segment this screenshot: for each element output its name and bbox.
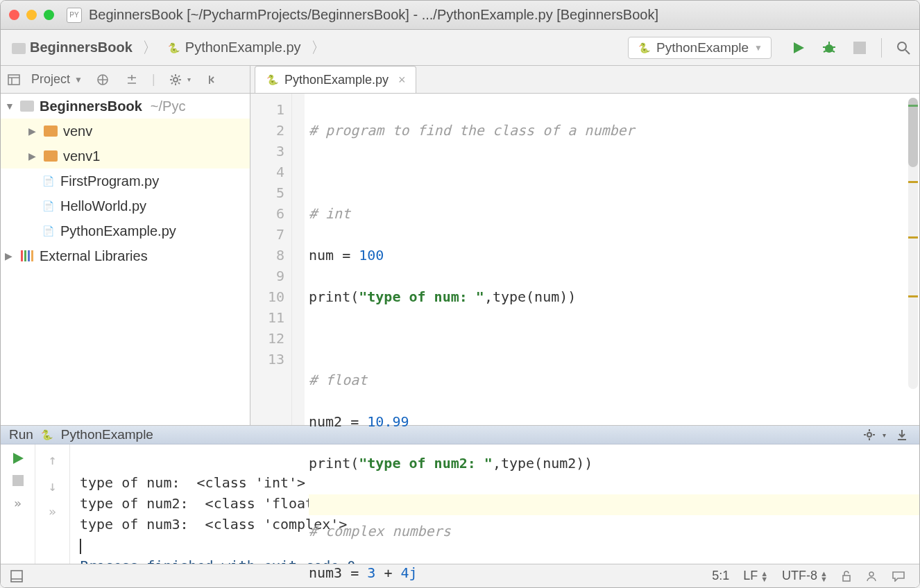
- svg-line-25: [178, 83, 180, 84]
- line-number[interactable]: 3: [250, 141, 284, 162]
- collapse-arrow-icon[interactable]: ▶: [5, 250, 15, 261]
- module-icon: [20, 101, 34, 112]
- svg-line-9: [905, 50, 910, 54]
- tree-item-label: PythonExample.py: [60, 223, 176, 239]
- chevron-right-icon: 〉: [142, 37, 157, 58]
- line-number[interactable]: 9: [250, 266, 284, 286]
- expand-arrow-icon[interactable]: ▼: [5, 101, 15, 112]
- line-number[interactable]: 13: [250, 349, 284, 370]
- svg-rect-10: [8, 75, 19, 85]
- debug-button[interactable]: [820, 39, 838, 57]
- breadcrumb-file-label: PythonExample.py: [185, 40, 301, 55]
- tree-file-firstprogram[interactable]: FirstProgram.py: [1, 168, 250, 193]
- svg-line-27: [178, 76, 180, 77]
- python-file-icon: [41, 199, 55, 213]
- window-controls: [9, 10, 54, 20]
- tree-root[interactable]: ▼ BeginnersBook ~/Pyc: [1, 94, 250, 119]
- editor-marker-stripe[interactable]: [908, 98, 918, 389]
- line-number[interactable]: 11: [250, 307, 284, 328]
- libraries-icon: [20, 250, 34, 261]
- folder-icon: [44, 126, 58, 137]
- breadcrumb-project[interactable]: BeginnersBook: [8, 38, 137, 57]
- search-everywhere-button[interactable]: [894, 39, 912, 57]
- minimize-window-button[interactable]: [26, 10, 37, 20]
- chevron-right-icon: 〉: [311, 37, 326, 58]
- tree-folder-venv[interactable]: ▶ venv: [1, 119, 250, 144]
- warning-marker[interactable]: [908, 295, 918, 297]
- titlebar: PY BeginnersBook [~/PycharmProjects/Begi…: [1, 1, 919, 30]
- zoom-window-button[interactable]: [44, 10, 54, 20]
- code-text: num2 =: [309, 413, 367, 430]
- python-file-icon: [167, 41, 181, 55]
- settings-gear-icon[interactable]: [167, 71, 185, 89]
- code-text: # float: [309, 372, 367, 388]
- hide-tool-window-button[interactable]: [202, 71, 220, 89]
- line-number[interactable]: 4: [250, 162, 284, 182]
- run-button[interactable]: [790, 39, 808, 57]
- console-line: type of num2: <class 'float'>: [80, 495, 330, 512]
- tree-item-label: venv1: [63, 148, 100, 164]
- tree-root-path: ~/Pyc: [151, 98, 186, 114]
- console-caret: [80, 539, 81, 554]
- tree-item-label: venv: [63, 123, 92, 139]
- tool-row: Project▼ | ▾ PythonExample.py ×: [1, 66, 919, 94]
- line-number[interactable]: 2: [250, 120, 284, 141]
- breadcrumb-file[interactable]: PythonExample.py: [163, 38, 305, 57]
- tree-item-label: External Libraries: [40, 248, 148, 264]
- breadcrumb-project-label: BeginnersBook: [30, 40, 133, 55]
- run-config-label: PythonExample: [656, 40, 749, 55]
- project-tree[interactable]: ▼ BeginnersBook ~/Pyc ▶ venv ▶ venv1 Fir…: [1, 94, 250, 425]
- tree-external-libraries[interactable]: ▶ External Libraries: [1, 243, 250, 268]
- run-configuration-selector[interactable]: PythonExample ▼: [628, 37, 772, 59]
- rerun-button[interactable]: [11, 451, 25, 465]
- tree-folder-venv1[interactable]: ▶ venv1: [1, 144, 250, 168]
- collapse-arrow-icon[interactable]: ▶: [28, 126, 38, 137]
- line-number[interactable]: 1: [250, 99, 284, 120]
- warning-marker[interactable]: [908, 236, 918, 239]
- code-text: +: [375, 564, 400, 581]
- close-window-button[interactable]: [9, 10, 19, 20]
- code-text: "type of num: ": [359, 288, 484, 305]
- down-stack-button[interactable]: ↓: [48, 478, 56, 494]
- code-text: 10.99: [367, 413, 409, 430]
- warning-marker[interactable]: [908, 181, 918, 183]
- console-line: type of num3: <class 'complex'>: [80, 516, 347, 533]
- stop-button[interactable]: [851, 39, 869, 57]
- more-run-actions[interactable]: »: [14, 496, 22, 510]
- up-stack-button[interactable]: ↑: [48, 451, 56, 468]
- code-text: # int: [309, 205, 350, 222]
- code-area[interactable]: # program to find the class of a number …: [305, 94, 919, 425]
- line-number[interactable]: 10: [250, 286, 284, 307]
- line-number[interactable]: 7: [250, 224, 284, 245]
- line-number[interactable]: 6: [250, 203, 284, 224]
- code-text: print(: [309, 288, 359, 305]
- stop-run-button[interactable]: [12, 475, 24, 486]
- line-number[interactable]: 8: [250, 245, 284, 266]
- collapse-arrow-icon[interactable]: ▶: [28, 150, 38, 162]
- collapse-all-button[interactable]: [123, 71, 141, 89]
- line-number[interactable]: 5: [250, 182, 284, 203]
- toolbar-separator: [881, 38, 882, 58]
- code-text: 100: [359, 247, 384, 263]
- code-text: print(: [309, 455, 359, 472]
- scroll-from-source-button[interactable]: [94, 71, 112, 89]
- svg-line-24: [171, 76, 173, 77]
- line-number-gutter[interactable]: 1 2 3 4 5 6 7 8 9 10 11 12 13: [250, 94, 292, 425]
- code-text: 4j: [400, 564, 417, 581]
- code-editor[interactable]: 1 2 3 4 5 6 7 8 9 10 11 12 13 # program …: [250, 94, 919, 425]
- line-number[interactable]: 12: [250, 328, 284, 349]
- tree-file-pythonexample[interactable]: PythonExample.py: [1, 218, 250, 243]
- tree-file-helloworld[interactable]: HelloWorld.py: [1, 193, 250, 218]
- editor-tabs: PythonExample.py ×: [250, 66, 919, 93]
- more-nav-actions[interactable]: »: [49, 504, 56, 519]
- svg-line-5: [824, 51, 826, 52]
- project-tool-header: Project▼ | ▾: [1, 66, 250, 93]
- project-tool-label[interactable]: Project: [31, 72, 70, 87]
- fold-gutter[interactable]: [292, 94, 305, 425]
- editor-tab-active[interactable]: PythonExample.py ×: [255, 66, 416, 93]
- svg-line-26: [171, 83, 173, 84]
- code-text: 3: [367, 564, 375, 581]
- tool-windows-quick-access[interactable]: [8, 567, 26, 585]
- svg-line-6: [832, 51, 835, 52]
- close-tab-button[interactable]: ×: [398, 73, 406, 87]
